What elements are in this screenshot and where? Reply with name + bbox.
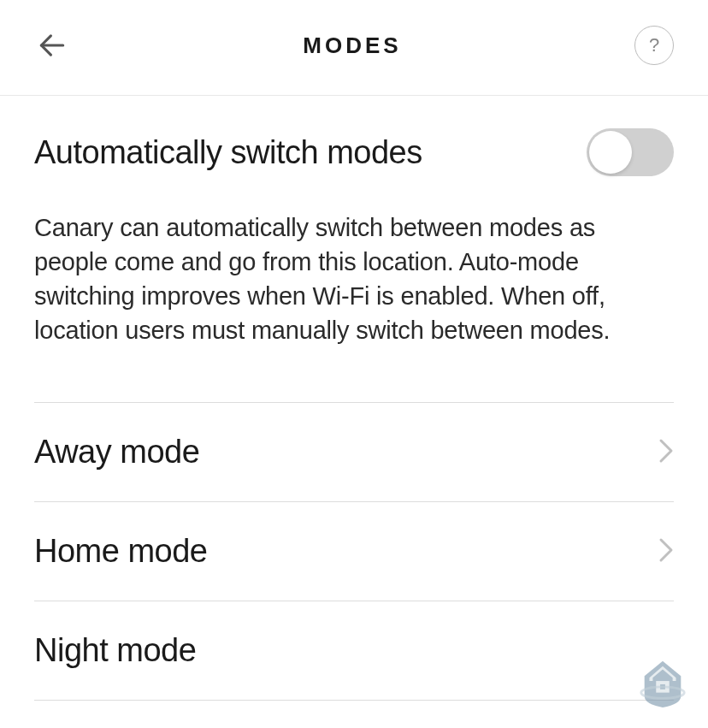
mode-row-home[interactable]: Home mode <box>34 501 674 601</box>
mode-label: Home mode <box>34 533 207 570</box>
header: MODES ? <box>0 0 708 96</box>
auto-switch-label: Automatically switch modes <box>34 134 422 171</box>
mode-row-away[interactable]: Away mode <box>34 402 674 501</box>
content: Automatically switch modes Canary can au… <box>0 96 708 701</box>
help-button[interactable]: ? <box>634 26 674 65</box>
chevron-right-icon <box>658 438 674 467</box>
mode-label: Away mode <box>34 434 199 471</box>
back-button[interactable] <box>34 27 70 63</box>
help-icon: ? <box>649 34 659 56</box>
mode-row-night[interactable]: Night mode <box>34 601 674 701</box>
toggle-knob <box>589 131 632 174</box>
house-shield-icon <box>636 656 689 709</box>
chevron-right-icon <box>658 537 674 566</box>
arrow-left-icon <box>36 29 68 62</box>
mode-label: Night mode <box>34 632 196 669</box>
auto-switch-toggle[interactable] <box>587 128 674 176</box>
auto-switch-description: Canary can automatically switch between … <box>34 210 674 347</box>
watermark-logo <box>636 656 689 709</box>
page-title: MODES <box>303 33 401 59</box>
auto-switch-row: Automatically switch modes <box>34 128 674 176</box>
